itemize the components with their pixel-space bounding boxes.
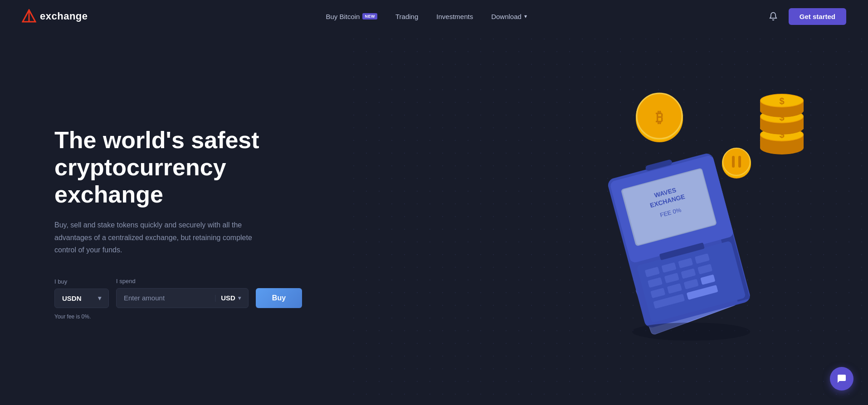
nav-trading[interactable]: Trading (388, 9, 425, 24)
navigation: exchange Buy Bitcoin NEW Trading Investm… (0, 0, 868, 33)
fee-text: Your fee is 0%. (54, 313, 308, 320)
nav-investments[interactable]: Investments (429, 9, 480, 24)
svg-text:₿: ₿ (656, 109, 663, 125)
buy-widget: I buy USDN ▾ I spend | USD ▾ (54, 278, 308, 320)
pos-terminal-scene: ₿ $ $ $ (514, 60, 868, 368)
hero-illustration: ₿ $ $ $ (514, 60, 868, 368)
spend-currency-chevron-icon: ▾ (238, 295, 241, 301)
hero-section: The world's safest cryptocurrency exchan… (0, 33, 868, 405)
nav-right: Get started (765, 8, 846, 25)
spend-amount-input[interactable] (124, 294, 210, 302)
nav-buy-bitcoin[interactable]: Buy Bitcoin NEW (318, 9, 385, 24)
spend-currency-value: USD (221, 294, 235, 302)
logo-icon (22, 9, 36, 24)
buy-label: I buy (54, 278, 109, 285)
spend-input-group: | USD ▾ (116, 288, 249, 308)
svg-rect-26 (738, 156, 741, 168)
svg-text:$: $ (779, 112, 784, 122)
logo-text: exchange (40, 10, 88, 22)
logo-link[interactable]: exchange (22, 9, 88, 24)
chat-button[interactable] (830, 367, 853, 391)
hero-title: The world's safest cryptocurrency exchan… (54, 127, 308, 208)
buy-currency-value: USDN (62, 294, 82, 302)
nav-download[interactable]: Download ▾ (484, 9, 534, 24)
buy-currency-select[interactable]: USDN ▾ (54, 289, 109, 308)
nav-buy-bitcoin-label: Buy Bitcoin (326, 13, 360, 20)
spend-label: I spend (116, 278, 249, 284)
chevron-down-icon: ▾ (524, 13, 527, 19)
svg-rect-25 (732, 156, 735, 168)
nav-buy-bitcoin-badge: NEW (362, 13, 377, 19)
buy-currency-chevron-icon: ▾ (98, 294, 101, 302)
nav-download-label: Download (491, 13, 522, 20)
buy-field: I buy USDN ▾ (54, 278, 109, 308)
spend-field: I spend | USD ▾ (116, 278, 249, 308)
spend-currency-select[interactable]: USD ▾ (221, 294, 241, 302)
hero-subtitle: Buy, sell and stake tokens quickly and s… (54, 219, 272, 256)
input-divider: | (215, 294, 216, 302)
svg-point-56 (632, 323, 750, 341)
nav-links: Buy Bitcoin NEW Trading Investments Down… (318, 9, 534, 24)
nav-trading-label: Trading (395, 13, 418, 20)
svg-text:$: $ (779, 130, 784, 140)
svg-text:$: $ (779, 96, 784, 106)
hero-content: The world's safest cryptocurrency exchan… (54, 127, 308, 320)
chat-icon (836, 373, 847, 384)
get-started-button[interactable]: Get started (789, 8, 846, 25)
buy-button[interactable]: Buy (256, 288, 302, 308)
notification-bell-icon[interactable] (765, 8, 781, 24)
nav-investments-label: Investments (436, 13, 473, 20)
